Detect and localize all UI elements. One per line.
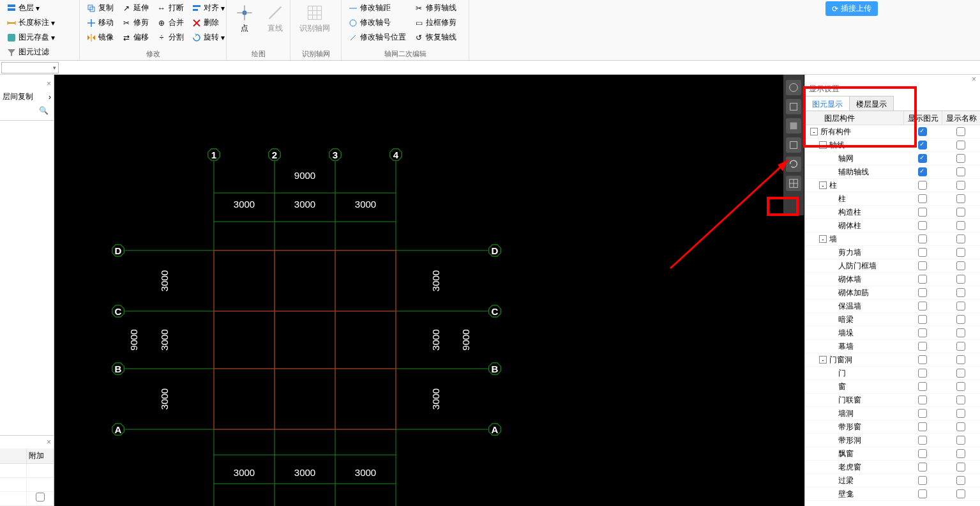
view-top-icon[interactable] [786,137,801,153]
tree-row[interactable]: 暗梁 [805,313,980,326]
checkbox-show-name[interactable] [956,248,965,257]
checkbox-show-elem[interactable] [918,476,927,485]
checkbox-show-name[interactable] [956,288,965,297]
tree-row[interactable]: -轴线 [805,139,980,152]
checkbox[interactable] [36,493,45,502]
tree-row[interactable]: 辅助轴线 [805,165,980,179]
tree-row[interactable]: 带形洞 [805,434,980,447]
checkbox-show-name[interactable] [956,127,965,136]
copy-button[interactable]: 复制 [84,1,116,15]
tree-row[interactable]: -所有构件 [805,125,980,139]
view-front-icon[interactable] [786,118,801,134]
expand-icon[interactable]: - [810,128,818,135]
checkbox-show-name[interactable] [956,342,965,351]
checkbox-show-elem[interactable] [918,395,927,404]
mod-axis-num-button[interactable]: 修改轴号 [345,16,409,29]
point-button[interactable]: 点 [230,1,259,36]
tree-row[interactable]: -门窗洞 [805,353,980,367]
tab-element-display[interactable]: 图元显示 [805,96,850,111]
tree-row[interactable]: 剪力墙 [805,246,980,259]
checkbox-show-name[interactable] [956,476,965,485]
mod-axis-dist-button[interactable]: 修改轴距 [345,1,409,15]
tree-row[interactable]: 砌体墙 [805,273,980,286]
mod-axis-pos-button[interactable]: 修改轴号位置 [345,31,409,44]
refresh-icon[interactable] [786,157,801,172]
checkbox-show-name[interactable] [956,302,965,310]
checkbox-show-elem[interactable] [918,436,927,445]
tree-row[interactable]: 带形窗 [805,420,980,434]
checkbox-show-elem[interactable] [918,181,927,190]
checkbox-show-elem[interactable] [918,127,927,136]
tree-row[interactable]: 墙垛 [805,326,980,340]
elem-filter-button[interactable]: 图元过滤 [4,45,75,59]
merge-button[interactable]: ⊕合并 [154,16,186,29]
tree-row[interactable]: 窗 [805,380,980,394]
checkbox-show-name[interactable] [956,208,965,217]
rotate-button[interactable]: 旋转 ▾ [189,31,227,44]
checkbox-show-elem[interactable] [918,154,927,163]
delete-button[interactable]: 删除 [189,16,227,29]
checkbox-show-name[interactable] [956,194,965,203]
layer-button[interactable]: 色层 ▾ [4,1,75,15]
tree-row[interactable]: 过梁 [805,474,980,487]
tree-row[interactable]: 人防门框墙 [805,259,980,273]
checkbox-show-elem[interactable] [918,422,927,431]
checkbox-show-elem[interactable] [918,302,927,310]
floor-selector[interactable]: ▾ [1,62,59,73]
checkbox-show-name[interactable] [956,395,965,404]
tree-row[interactable]: 砌体加筋 [805,286,980,300]
tree-row[interactable]: 轴网 [805,152,980,165]
checkbox-show-elem[interactable] [918,288,927,297]
tree-row[interactable]: 砌体柱 [805,219,980,233]
checkbox-show-name[interactable] [956,355,965,364]
trim-axis-button[interactable]: ✂修剪轴线 [411,1,459,15]
tree-row[interactable]: 门联窗 [805,394,980,407]
expand-icon[interactable]: - [819,141,827,149]
view-3d-icon[interactable] [786,99,801,114]
expand-icon[interactable]: - [819,181,827,189]
checkbox-show-name[interactable] [956,234,965,243]
checkbox-show-elem[interactable] [918,463,927,471]
expand-icon[interactable]: - [819,356,827,364]
checkbox-show-elem[interactable] [918,355,927,364]
restore-axis-button[interactable]: ↺恢复轴线 [411,31,459,44]
checkbox-show-name[interactable] [956,369,965,378]
checkbox-show-elem[interactable] [918,489,927,498]
checkbox-show-elem[interactable] [918,234,927,243]
checkbox-show-elem[interactable] [918,141,927,150]
tree-row[interactable]: 老虎窗 [805,461,980,474]
checkbox-show-name[interactable] [956,167,965,176]
checkbox-show-name[interactable] [956,275,965,284]
tree-row[interactable]: -墙 [805,233,980,246]
tree-row[interactable]: 墙洞 [805,407,980,420]
mirror-button[interactable]: 镜像 [84,31,116,44]
align-button[interactable]: 对齐 ▾ [189,1,227,15]
checkbox-show-elem[interactable] [918,409,927,418]
checkbox-show-elem[interactable] [918,221,927,230]
move-button[interactable]: 移动 [84,16,116,29]
checkbox-show-elem[interactable] [918,382,927,391]
checkbox-show-elem[interactable] [918,449,927,458]
checkbox-show-name[interactable] [956,328,965,337]
checkbox-show-name[interactable] [956,449,965,458]
tree-row[interactable]: 壁龛 [805,487,980,501]
checkbox-show-elem[interactable] [918,208,927,217]
tree-row[interactable]: 构造柱 [805,206,980,219]
checkbox-show-elem[interactable] [918,261,927,270]
box-trim-button[interactable]: ▭拉框修剪 [411,16,459,29]
expand-icon[interactable]: - [819,235,827,243]
checkbox-show-elem[interactable] [918,328,927,337]
split-button[interactable]: ÷分割 [154,31,186,44]
upload-button[interactable]: ⟳ 插接上传 [825,1,878,16]
checkbox-show-elem[interactable] [918,275,927,284]
checkbox-show-elem[interactable] [918,315,927,324]
elem-save-button[interactable]: 图元存盘 ▾ [4,31,75,44]
checkbox-show-name[interactable] [956,382,965,391]
checkbox-show-elem[interactable] [918,167,927,176]
tree-row[interactable]: 幕墙 [805,340,980,353]
search-icon[interactable]: 🔍 [3,103,51,118]
checkbox-show-name[interactable] [956,181,965,190]
checkbox-show-name[interactable] [956,409,965,418]
tree-row[interactable]: -柱 [805,179,980,192]
checkbox-show-elem[interactable] [918,369,927,378]
